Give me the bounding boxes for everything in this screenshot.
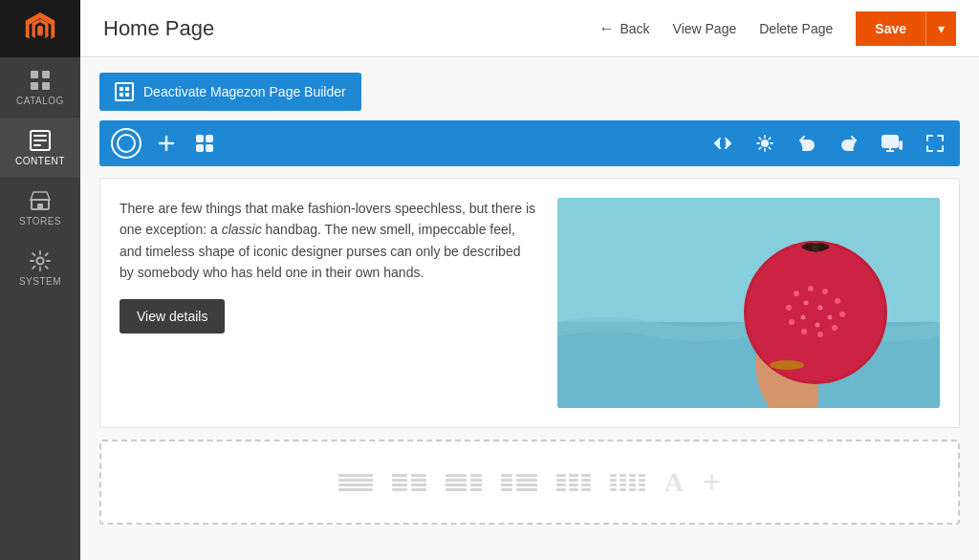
svg-point-38 — [801, 329, 807, 334]
view-details-button[interactable]: View details — [120, 299, 225, 334]
device-preview-button[interactable] — [878, 131, 906, 156]
layout-left-wide-icon[interactable] — [446, 474, 482, 491]
header-actions: ← Back View Page Delete Page Save ▾ — [598, 11, 956, 46]
svg-point-32 — [808, 286, 814, 291]
svg-point-41 — [804, 301, 809, 306]
save-dropdown-button[interactable]: ▾ — [926, 11, 956, 46]
sidebar: CATALOG CONTENT STORES — [0, 0, 80, 560]
svg-point-36 — [832, 325, 838, 331]
deactivate-icon — [115, 82, 134, 101]
fullscreen-button[interactable] — [922, 130, 948, 157]
svg-rect-7 — [33, 144, 41, 146]
content-paragraph: There are few things that make fashion-l… — [120, 198, 538, 284]
svg-point-35 — [839, 312, 845, 317]
deactivate-label: Deactivate Magezon Page Builder — [143, 84, 346, 99]
sidebar-item-catalog[interactable]: CATALOG — [0, 57, 80, 118]
code-button[interactable] — [709, 130, 736, 157]
svg-rect-18 — [207, 136, 212, 141]
circle-inner-icon — [117, 134, 136, 153]
svg-rect-0 — [31, 71, 38, 78]
sidebar-item-content[interactable]: CONTENT — [0, 118, 80, 178]
toolbar-right — [709, 130, 948, 157]
text-icon-label: A — [664, 467, 684, 498]
builder-toolbar — [99, 120, 960, 166]
undo-button[interactable] — [794, 130, 820, 157]
page-content-block: There are few things that make fashion-l… — [99, 178, 960, 428]
add-element-icon[interactable]: + — [703, 464, 721, 500]
svg-rect-5 — [33, 135, 47, 137]
svg-point-34 — [835, 298, 840, 304]
svg-point-46 — [812, 245, 819, 252]
svg-point-21 — [762, 140, 768, 146]
sidebar-item-stores[interactable]: STORES — [0, 178, 80, 238]
catalog-icon — [29, 69, 52, 92]
page-title: Home Page — [103, 16, 214, 41]
layout-four-col-icon[interactable] — [610, 474, 645, 491]
layout-two-col-icon[interactable] — [392, 474, 426, 491]
layout-full-icon[interactable] — [338, 474, 373, 491]
svg-point-44 — [816, 323, 820, 328]
svg-rect-13 — [120, 93, 123, 97]
stores-label: STORES — [19, 216, 61, 226]
content-row: There are few things that make fashion-l… — [120, 198, 940, 408]
svg-rect-11 — [120, 87, 123, 91]
grid-button[interactable] — [191, 130, 218, 157]
system-icon — [29, 249, 52, 272]
svg-rect-14 — [125, 93, 129, 97]
svg-point-10 — [37, 258, 44, 265]
catalog-label: CATALOG — [16, 96, 64, 106]
svg-rect-6 — [33, 140, 47, 141]
circle-button[interactable] — [111, 128, 141, 159]
svg-rect-20 — [207, 145, 212, 151]
redo-button[interactable] — [836, 130, 862, 157]
svg-rect-2 — [31, 82, 38, 90]
view-page-link[interactable]: View Page — [673, 21, 737, 36]
delete-page-link[interactable]: Delete Page — [759, 21, 833, 36]
add-section-area[interactable]: A + — [99, 440, 960, 525]
svg-point-39 — [789, 319, 794, 325]
svg-rect-12 — [125, 87, 129, 91]
system-label: SYSTEM — [19, 276, 61, 287]
svg-point-47 — [770, 360, 804, 370]
svg-point-43 — [828, 315, 833, 320]
svg-point-31 — [794, 291, 799, 296]
layout-three-col-icon[interactable] — [556, 474, 591, 491]
back-arrow-icon: ← — [598, 20, 614, 37]
add-icon-label: + — [703, 464, 721, 500]
save-button[interactable]: Save — [856, 11, 926, 46]
content-label: CONTENT — [15, 156, 65, 166]
svg-rect-3 — [42, 82, 50, 90]
layout-right-wide-icon[interactable] — [501, 474, 537, 491]
svg-rect-22 — [882, 136, 898, 147]
back-label: Back — [620, 21, 649, 36]
toolbar-left — [111, 128, 218, 159]
svg-point-40 — [786, 305, 792, 311]
svg-point-37 — [817, 332, 823, 337]
svg-rect-1 — [42, 71, 50, 78]
svg-rect-17 — [197, 136, 203, 141]
text-element-icon[interactable]: A — [664, 467, 684, 498]
content-icon — [29, 129, 52, 152]
settings-button[interactable] — [751, 130, 778, 157]
svg-point-42 — [818, 306, 823, 311]
sidebar-item-system[interactable]: SYSTEM — [0, 238, 80, 298]
svg-rect-9 — [37, 204, 43, 209]
product-image — [557, 198, 940, 408]
stores-icon — [29, 189, 52, 212]
svg-rect-25 — [900, 141, 903, 149]
content-area: Deactivate Magezon Page Builder — [80, 57, 979, 560]
view-page-label: View Page — [673, 21, 737, 36]
delete-page-label: Delete Page — [759, 21, 833, 36]
page-header: Home Page ← Back View Page Delete Page S… — [80, 0, 979, 57]
deactivate-bar[interactable]: Deactivate Magezon Page Builder — [99, 73, 361, 111]
save-button-group: Save ▾ — [856, 11, 956, 46]
back-link[interactable]: ← Back — [598, 20, 649, 37]
svg-point-30 — [747, 244, 884, 381]
svg-point-33 — [822, 289, 828, 294]
chevron-down-icon: ▾ — [938, 21, 945, 36]
svg-rect-19 — [197, 145, 203, 151]
main-content: Home Page ← Back View Page Delete Page S… — [80, 0, 979, 560]
content-text: There are few things that make fashion-l… — [120, 198, 538, 334]
svg-point-45 — [801, 315, 806, 320]
add-button[interactable] — [153, 130, 180, 157]
